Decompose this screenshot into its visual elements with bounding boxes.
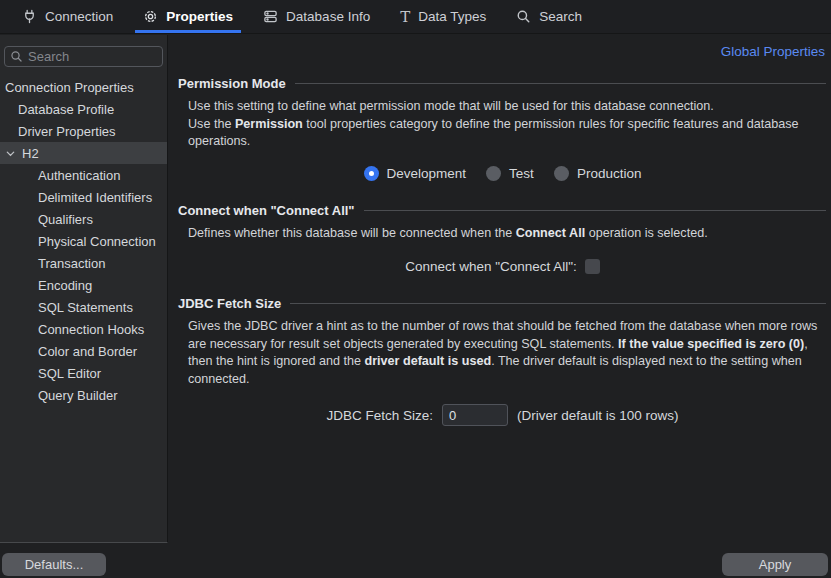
tab-label: Properties xyxy=(166,9,233,24)
tree-item-label: Physical Connection xyxy=(38,234,156,249)
sidebar-item-database-profile[interactable]: Database Profile xyxy=(0,98,167,120)
search-icon xyxy=(516,9,531,24)
sidebar-item-qualifiers[interactable]: Qualifiers xyxy=(0,208,167,230)
sidebar-item-transaction[interactable]: Transaction xyxy=(0,252,167,274)
properties-panel: Global Properties Permission Mode Use th… xyxy=(169,35,831,578)
connect-all-description: Defines whether this database will be co… xyxy=(188,225,823,243)
gear-icon xyxy=(143,9,158,24)
sidebar-item-query-builder[interactable]: Query Builder xyxy=(0,384,167,406)
apply-button[interactable]: Apply xyxy=(722,553,828,576)
tree-item-label: Driver Properties xyxy=(18,124,116,139)
sidebar-search[interactable] xyxy=(4,46,163,67)
tab-properties[interactable]: Properties xyxy=(135,0,241,33)
radio-production[interactable]: Production xyxy=(554,166,642,181)
tree-item-label: Transaction xyxy=(38,256,105,271)
global-properties-link[interactable]: Global Properties xyxy=(721,44,825,59)
sidebar-item-authentication[interactable]: Authentication xyxy=(0,164,167,186)
sidebar-item-physical-connection[interactable]: Physical Connection xyxy=(0,230,167,252)
tree-item-label: Encoding xyxy=(38,278,92,293)
permission-mode-description: Use this setting to define what permissi… xyxy=(188,98,823,151)
radio-label: Development xyxy=(387,166,467,181)
sidebar-item-connection-properties[interactable]: Connection Properties xyxy=(0,76,167,98)
tab-search[interactable]: Search xyxy=(508,0,590,33)
radio-label: Production xyxy=(577,166,642,181)
description-bold: driver default is used xyxy=(364,354,491,368)
sidebar-item-connection-hooks[interactable]: Connection Hooks xyxy=(0,318,167,340)
tab-bar: Connection Properties Database Info T Da… xyxy=(0,0,831,34)
section-title: Permission Mode xyxy=(178,76,286,91)
section-divider xyxy=(290,303,826,304)
jdbc-fetch-description: Gives the JDBC driver a hint as to the n… xyxy=(188,318,823,388)
tree-item-label: Connection Hooks xyxy=(38,322,144,337)
jdbc-fetch-input[interactable] xyxy=(442,404,508,426)
section-title: Connect when "Connect All" xyxy=(178,203,355,218)
radio-test[interactable]: Test xyxy=(486,166,534,181)
description-bold: If the value specified is zero (0) xyxy=(618,337,804,351)
tree-item-label: SQL Editor xyxy=(38,366,101,381)
section-divider xyxy=(364,210,826,211)
properties-tree: Connection Properties Database Profile D… xyxy=(0,76,167,406)
connect-all-label: Connect when "Connect All": xyxy=(405,259,577,274)
search-input[interactable] xyxy=(28,49,157,64)
tree-item-label: Database Profile xyxy=(18,102,114,117)
permission-mode-radios: Development Test Production xyxy=(178,166,827,181)
tab-label: Database Info xyxy=(286,9,370,24)
tree-item-label: Qualifiers xyxy=(38,212,93,227)
tree-item-label: Color and Border xyxy=(38,344,137,359)
connect-all-row: Connect when "Connect All": xyxy=(178,259,827,274)
sidebar-item-driver-properties[interactable]: Driver Properties xyxy=(0,120,167,142)
section-header-permission-mode: Permission Mode xyxy=(178,76,827,91)
sidebar-item-sql-statements[interactable]: SQL Statements xyxy=(0,296,167,318)
jdbc-fetch-label: JDBC Fetch Size: xyxy=(327,408,434,423)
tree-item-label: Query Builder xyxy=(38,388,117,403)
search-icon xyxy=(10,50,23,63)
radio-development[interactable]: Development xyxy=(364,166,467,181)
description-bold: Permission xyxy=(235,117,303,131)
sidebar-item-encoding[interactable]: Encoding xyxy=(0,274,167,296)
tree-item-label: Connection Properties xyxy=(5,80,134,95)
description-bold: Connect All xyxy=(516,226,586,240)
server-icon xyxy=(263,9,278,24)
tab-database-info[interactable]: Database Info xyxy=(255,0,378,33)
radio-test-circle[interactable] xyxy=(486,166,501,181)
connect-all-checkbox[interactable] xyxy=(585,259,600,274)
jdbc-fetch-hint: (Driver default is 100 rows) xyxy=(517,408,678,423)
chevron-down-icon[interactable] xyxy=(5,148,16,159)
tab-connection[interactable]: Connection xyxy=(14,0,121,33)
section-divider xyxy=(295,83,826,84)
tree-item-label: Authentication xyxy=(38,168,120,183)
tree-item-label: Delimited Identifiers xyxy=(38,190,152,205)
sidebar: Connection Properties Database Profile D… xyxy=(0,35,168,543)
tab-label: Connection xyxy=(45,9,113,24)
defaults-button[interactable]: Defaults... xyxy=(2,553,106,576)
tab-label: Data Types xyxy=(418,9,486,24)
description-text: Use the xyxy=(188,117,235,131)
tab-label: Search xyxy=(539,9,582,24)
description-text: Defines whether this database will be co… xyxy=(188,226,516,240)
description-text: Use this setting to define what permissi… xyxy=(188,99,714,113)
section-title: JDBC Fetch Size xyxy=(178,296,281,311)
type-icon: T xyxy=(400,8,410,26)
tree-item-label: H2 xyxy=(22,146,39,161)
sidebar-item-color-and-border[interactable]: Color and Border xyxy=(0,340,167,362)
tree-item-label: SQL Statements xyxy=(38,300,133,315)
section-header-jdbc-fetch-size: JDBC Fetch Size xyxy=(178,296,827,311)
sidebar-item-delimited-identifiers[interactable]: Delimited Identifiers xyxy=(0,186,167,208)
jdbc-fetch-row: JDBC Fetch Size: (Driver default is 100 … xyxy=(178,404,827,426)
radio-production-circle[interactable] xyxy=(554,166,569,181)
tab-data-types[interactable]: T Data Types xyxy=(392,0,494,33)
plug-icon xyxy=(22,9,37,24)
radio-development-circle[interactable] xyxy=(364,166,379,181)
section-header-connect-all: Connect when "Connect All" xyxy=(178,203,827,218)
sidebar-item-h2[interactable]: H2 xyxy=(0,142,167,164)
sidebar-item-sql-editor[interactable]: SQL Editor xyxy=(0,362,167,384)
radio-label: Test xyxy=(509,166,534,181)
description-text: operation is selected. xyxy=(585,226,708,240)
